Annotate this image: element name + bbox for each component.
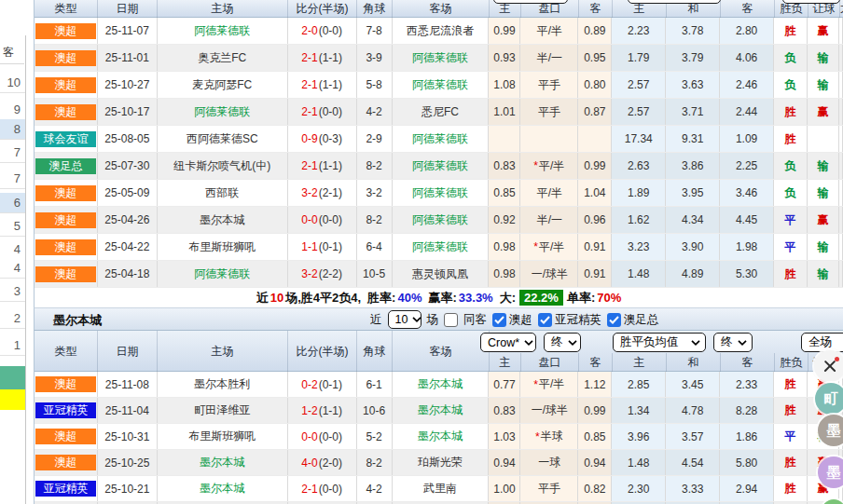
home-team[interactable]: 奥克兰FC: [158, 45, 288, 71]
league-filter-checkbox[interactable]: [607, 313, 621, 327]
left-index-column: 客 1098776544321: [0, 0, 26, 504]
corner-count: 4-2: [357, 476, 393, 501]
full-score: 0-2: [301, 378, 317, 391]
home-team[interactable]: 墨尔本胜利: [158, 372, 288, 397]
corner-count: 6-4: [357, 234, 393, 260]
full-score: 3-2: [301, 186, 317, 199]
league-filter-checkbox[interactable]: [492, 313, 506, 327]
league-type-cell: 澳足总: [35, 153, 98, 179]
home-team[interactable]: 阿德莱德联: [158, 18, 288, 44]
league-filter-checkbox[interactable]: [538, 313, 552, 327]
match-row: 澳超25-04-18阿德莱德联3-2(2-2)10-5惠灵顿凤凰0.98一/球半…: [35, 261, 843, 288]
index-number: 4: [0, 258, 25, 279]
divider: [25, 35, 26, 504]
home-team[interactable]: 墨尔本城: [158, 207, 288, 233]
match-result: 胜: [774, 398, 808, 423]
team-shortcut-button[interactable]: 町: [815, 383, 843, 415]
handicap: 半/一: [520, 45, 578, 71]
home-team[interactable]: 阿德莱德联: [158, 261, 288, 287]
column-header: 角球: [357, 331, 393, 372]
away-team[interactable]: 珀斯光荣: [393, 450, 490, 475]
handicap-star: *: [533, 378, 538, 391]
average-odds-dropdown[interactable]: 胜平负均值: [613, 333, 706, 352]
full-score: 1-1: [301, 240, 317, 253]
home-team[interactable]: 西阿德莱德SC: [158, 126, 288, 152]
euro-home-odds: 1.48: [612, 261, 666, 287]
home-team[interactable]: 墨尔本城: [158, 476, 288, 501]
home-team[interactable]: 阿德莱德联: [158, 99, 288, 125]
column-header: 类型: [35, 0, 98, 18]
index-number: 4: [0, 239, 25, 260]
crown-away-odds: 0.91: [578, 261, 612, 287]
match-result: 胜: [774, 99, 808, 125]
index-number: 9: [0, 100, 25, 120]
bookmaker-dropdown[interactable]: Crow*: [480, 333, 536, 352]
crown-home-odds: 1.01: [489, 99, 520, 125]
euro-away-odds: 1.09: [720, 126, 774, 152]
home-team[interactable]: 西部联: [158, 180, 288, 206]
match-result: 负: [774, 45, 808, 71]
league-type-cell: 澳超: [35, 261, 98, 287]
match-row: 澳超25-04-22布里斯班狮吼1-1(0-1)6-4阿德莱德联0.98*平/半…: [35, 234, 843, 261]
games-count-dropdown[interactable]: 10: [388, 310, 422, 329]
crown-away-odds: 0.99: [578, 398, 612, 423]
away-team[interactable]: 阿德莱德联: [393, 234, 490, 260]
away-team[interactable]: 惠灵顿凤凰: [393, 261, 490, 287]
away-team[interactable]: 悉尼FC: [393, 99, 490, 125]
team-shortcut-button[interactable]: 墨: [818, 456, 843, 488]
away-team[interactable]: 西悉尼流浪者: [393, 18, 490, 44]
euro-home-odds: 1.62: [612, 207, 666, 233]
corner-count: 3-2: [357, 180, 393, 206]
league-type-cell: 球会友谊: [35, 126, 98, 152]
away-team[interactable]: 阿德莱德联: [393, 72, 490, 98]
away-team[interactable]: 墨尔本城: [393, 424, 490, 449]
melbourne-history-table: 类型日期主场比分(半场)角球客场主盘口客主和客胜负让球大Crow*终胜平负均值终…: [34, 331, 843, 504]
match-row: 澳超25-10-27麦克阿瑟FC2-1(1-1)5-8阿德莱德联1.08平手0.…: [35, 72, 843, 99]
away-team[interactable]: 阿德莱德联: [393, 207, 490, 233]
home-team[interactable]: 墨尔本城: [158, 450, 288, 475]
extra-cell: [839, 45, 843, 71]
league-badge: 亚冠精英: [35, 481, 96, 497]
handicap: 平/半: [520, 18, 578, 44]
profit-rate-label: 赢率:: [428, 290, 456, 306]
away-team[interactable]: 武里南: [393, 476, 490, 501]
collapsed-dropdown[interactable]: [782, 0, 840, 4]
half-score: (0-0): [319, 213, 342, 226]
home-team[interactable]: 纽卡斯尔喷气机(中): [158, 153, 288, 179]
home-team[interactable]: 布里斯班狮吼: [158, 234, 288, 260]
home-team[interactable]: 麦克阿瑟FC: [158, 72, 288, 98]
home-team[interactable]: 町田泽维亚: [158, 398, 288, 423]
away-team[interactable]: 阿德莱德联: [393, 153, 490, 179]
close-button[interactable]: [814, 350, 843, 382]
melbourne-city-section-bar: 墨尔本城 近10场同客澳超亚冠精英澳足总: [34, 308, 843, 331]
match-result: 胜: [774, 126, 808, 152]
away-team[interactable]: 阿德莱德联: [393, 126, 490, 152]
euro-draw-odds: 3.79: [666, 45, 720, 71]
collapsed-dropdown[interactable]: [493, 0, 568, 4]
crown-away-odds: 1.04: [578, 180, 612, 206]
euro-home-odds: 1.48: [612, 450, 666, 475]
column-header: 角球: [357, 0, 393, 18]
euro-away-odds: 3.46: [720, 180, 774, 206]
full-score: 2-1: [301, 78, 317, 91]
handicap-result: 赢: [808, 207, 839, 233]
team-shortcut-button[interactable]: 墨: [818, 415, 843, 446]
match-scope-dropdown[interactable]: 全场: [801, 333, 843, 352]
away-team[interactable]: 阿德莱德联: [393, 45, 490, 71]
euro-draw-odds: 4.78: [666, 398, 720, 423]
handicap-value: 平/半: [539, 158, 564, 174]
away-team[interactable]: 墨尔本城: [393, 398, 490, 423]
collapsed-dropdown[interactable]: [628, 0, 721, 4]
euro-home-odds: 2.23: [612, 18, 666, 44]
match-date: 25-10-21: [98, 476, 158, 501]
bookmaker-period-dropdown[interactable]: 终: [544, 333, 581, 352]
crown-home-odds: 0.99: [489, 18, 520, 44]
euro-draw-odds: 3.78: [666, 18, 720, 44]
away-team[interactable]: 阿德莱德联: [393, 180, 490, 206]
same-away-checkbox[interactable]: [444, 313, 458, 327]
odds-history-page: 客 1098776544321 类型日期主场比分(半场)角球客场主盘口客主和客胜…: [0, 0, 843, 504]
home-team[interactable]: 布里斯班狮吼: [158, 424, 288, 449]
away-team[interactable]: 墨尔本城: [393, 372, 490, 397]
average-period-dropdown[interactable]: 终: [713, 333, 753, 352]
table-rows: 澳超25-11-07阿德莱德联2-0(0-0)7-8西悉尼流浪者0.99平/半0…: [35, 18, 843, 288]
